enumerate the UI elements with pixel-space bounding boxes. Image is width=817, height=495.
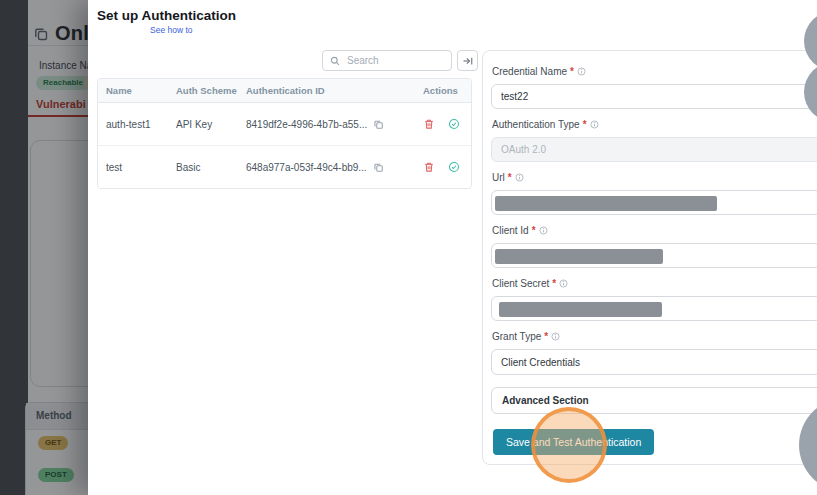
label-text: Url [492, 172, 505, 183]
panel-title: Set up Authentication [97, 8, 236, 23]
required-marker: * [544, 331, 548, 342]
authentication-type-label: Authentication Type * [492, 119, 599, 130]
grant-type-label: Grant Type * [492, 331, 560, 342]
col-header-name: Name [106, 85, 176, 96]
client-id-input[interactable] [491, 243, 817, 268]
table-row[interactable]: auth-test1 API Key 8419df2e-4996-4b7b-a5… [98, 103, 471, 145]
cell-authentication-id: 8419df2e-4996-4b7b-a55... [246, 119, 423, 130]
info-icon [590, 120, 599, 129]
label-text: Client Id [492, 225, 529, 236]
info-icon [551, 332, 560, 341]
info-icon [539, 226, 548, 235]
required-marker: * [532, 225, 536, 236]
info-icon [515, 173, 524, 182]
modal-overlay [0, 0, 90, 495]
cell-auth-scheme: Basic [176, 162, 246, 173]
cell-name: auth-test1 [106, 119, 176, 130]
screen: Onl Instance Na Reachable Vulnerabi Meth… [0, 0, 817, 495]
advanced-section-label: Advanced Section [502, 395, 589, 406]
redaction-bar [495, 249, 663, 264]
cell-actions [423, 118, 471, 130]
verify-credential-icon[interactable] [448, 161, 460, 173]
copy-id-icon[interactable] [373, 119, 384, 130]
search-box [322, 50, 452, 71]
save-and-test-button[interactable]: Save and Test Authentication [493, 429, 654, 455]
client-id-label: Client Id * [492, 225, 548, 236]
authentication-type-input [491, 137, 817, 162]
search-input[interactable] [345, 54, 444, 67]
required-marker: * [552, 278, 556, 289]
delete-credential-icon[interactable] [423, 118, 435, 130]
advanced-section-toggle[interactable]: Advanced Section [491, 387, 817, 414]
cell-auth-scheme: API Key [176, 119, 246, 130]
url-label: Url * [492, 172, 524, 183]
required-marker: * [570, 66, 574, 77]
required-marker: * [508, 172, 512, 183]
label-text: Client Secret [492, 278, 549, 289]
grant-type-select[interactable] [491, 349, 817, 375]
cell-actions [423, 161, 471, 173]
verify-credential-icon[interactable] [448, 118, 460, 130]
table-header-row: Name Auth Scheme Authentication ID Actio… [98, 79, 471, 103]
authentication-id-text: 648a977a-053f-49c4-bb9... [246, 162, 367, 173]
redaction-bar [495, 196, 717, 211]
redaction-bar [499, 302, 662, 317]
col-header-actions: Actions [423, 85, 471, 96]
col-header-auth-scheme: Auth Scheme [176, 85, 246, 96]
copy-id-icon[interactable] [373, 162, 384, 173]
search-icon [330, 56, 340, 66]
credential-name-label: Credential Name * [492, 66, 586, 77]
authentication-id-text: 8419df2e-4996-4b7b-a55... [246, 119, 367, 130]
label-text: Credential Name [492, 66, 567, 77]
cell-authentication-id: 648a977a-053f-49c4-bb9... [246, 162, 423, 173]
info-icon [559, 279, 568, 288]
credential-form: Credential Name * Authentication Type * [482, 50, 817, 465]
label-text: Grant Type [492, 331, 541, 342]
table-row[interactable]: test Basic 648a977a-053f-49c4-bb9... [98, 145, 471, 188]
client-secret-label: Client Secret * [492, 278, 568, 289]
credential-name-input[interactable] [491, 84, 817, 109]
see-how-to-link[interactable]: See how to [150, 25, 193, 35]
delete-credential-icon[interactable] [423, 161, 435, 173]
label-text: Authentication Type [492, 119, 580, 130]
credentials-table: Name Auth Scheme Authentication ID Actio… [97, 78, 472, 189]
collapse-panel-button[interactable] [457, 50, 478, 71]
info-icon [577, 67, 586, 76]
col-header-authentication-id: Authentication ID [246, 85, 423, 96]
url-input[interactable] [491, 190, 817, 215]
auth-setup-panel: Set up Authentication See how to Name Au… [88, 0, 817, 495]
required-marker: * [583, 119, 587, 130]
cell-name: test [106, 162, 176, 173]
client-secret-input[interactable] [491, 296, 817, 321]
arrow-to-bar-icon [462, 55, 474, 67]
